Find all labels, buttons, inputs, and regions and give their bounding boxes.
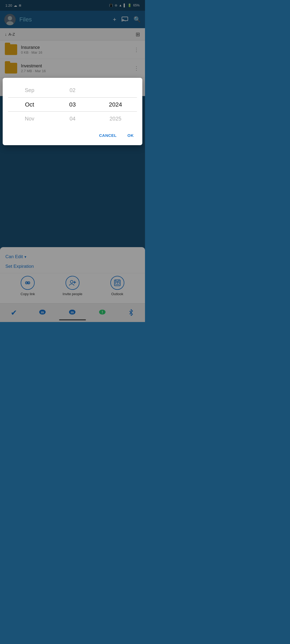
- year-picker-column[interactable]: 2024 2025: [94, 83, 137, 126]
- picker-item-oct-selected[interactable]: Oct: [8, 97, 51, 112]
- date-picker[interactable]: Sep Oct Nov 02 03 04 2024 2025: [3, 83, 142, 129]
- month-picker-column[interactable]: Sep Oct Nov: [8, 83, 51, 126]
- modal-overlay: [0, 0, 145, 322]
- date-picker-dialog: Sep Oct Nov 02 03 04 2024 2025 CANCEL OK: [3, 78, 142, 145]
- day-picker-column[interactable]: 02 03 04: [51, 83, 94, 126]
- ok-button[interactable]: OK: [124, 131, 137, 140]
- picker-item-empty[interactable]: [94, 83, 137, 97]
- picker-item-nov[interactable]: Nov: [8, 112, 51, 126]
- picker-item-2025[interactable]: 2025: [94, 112, 137, 126]
- picker-item-sep[interactable]: Sep: [8, 83, 51, 97]
- dialog-buttons: CANCEL OK: [3, 129, 142, 141]
- home-indicator: [59, 319, 86, 320]
- picker-item-2024-selected[interactable]: 2024: [94, 97, 137, 112]
- picker-item-03-selected[interactable]: 03: [51, 97, 94, 112]
- picker-item-04[interactable]: 04: [51, 112, 94, 126]
- cancel-button[interactable]: CANCEL: [96, 131, 120, 140]
- picker-item-02[interactable]: 02: [51, 83, 94, 97]
